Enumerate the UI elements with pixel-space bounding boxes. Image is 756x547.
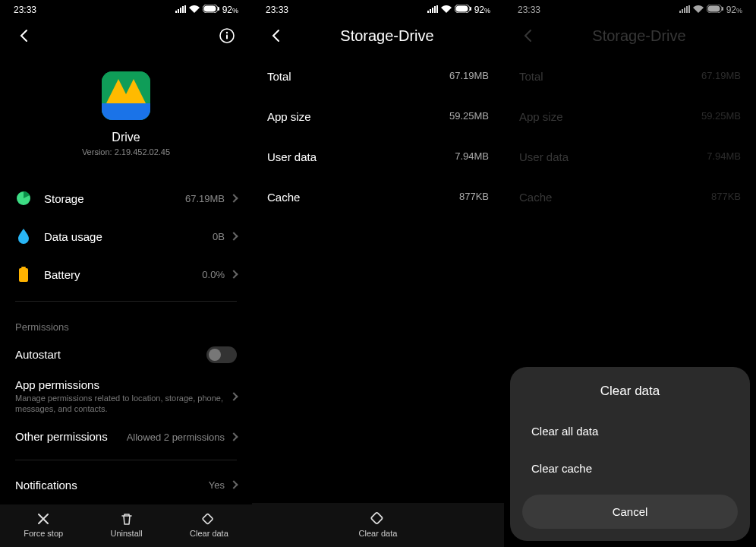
option-clear-cache[interactable]: Clear cache [522,450,738,487]
signal-icon [427,5,438,15]
close-icon [36,512,50,526]
row-user-data: User data 7.94MB [267,137,489,177]
page-title: Storage-Drive [285,27,489,45]
other-perm-value: Allowed 2 permissions [127,432,225,443]
chevron-right-icon [229,194,238,202]
app-version: Version: 2.19.452.02.45 [0,147,252,157]
info-icon[interactable] [219,27,237,46]
svg-rect-13 [203,514,213,524]
row-notifications[interactable]: Notifications Yes [0,468,252,502]
header [0,18,252,56]
force-stop-button[interactable]: Force stop [24,512,63,538]
row-label: Storage [44,192,185,205]
row-cache: Cache 877KB [267,177,489,217]
app-perm-title: App permissions [15,378,231,391]
autostart-label: Autostart [15,348,206,361]
svg-rect-2 [218,7,219,11]
drop-icon [15,228,32,245]
cancel-button[interactable]: Cancel [522,495,738,529]
svg-rect-1 [203,6,216,12]
status-bar: 23:33 92% [0,0,252,18]
signal-icon [175,5,186,15]
sheet-title: Clear data [522,384,738,399]
notifications-label: Notifications [15,479,209,492]
header: Storage-Drive [252,18,504,56]
screen-storage: 23:33 92% Storage-Drive Total 67.19MB Ap… [252,0,504,547]
clear-data-label: Clear data [359,529,398,538]
svg-rect-11 [21,267,26,268]
row-autostart[interactable]: Autostart [0,339,252,371]
status-bar: 23:33 92% [252,0,504,18]
svg-point-4 [226,32,228,33]
row-label: Total [267,70,291,83]
uninstall-label: Uninstall [111,529,143,538]
row-label: Cache [267,191,300,204]
section-permissions: Permissions [0,309,252,339]
status-time: 23:33 [266,5,288,15]
svg-rect-12 [19,268,28,282]
app-hero: Drive Version: 2.19.452.02.45 [0,56,252,179]
row-other-permissions[interactable]: Other permissions Allowed 2 permissions [0,422,252,452]
eraser-icon [202,512,216,526]
pie-icon [15,190,32,207]
row-data-usage[interactable]: Data usage 0B [15,217,237,255]
row-value: 67.19MB [185,193,225,204]
other-perm-title: Other permissions [15,430,127,443]
battery-solid-icon [15,266,32,283]
back-button[interactable] [15,27,33,45]
row-app-size: App size 59.25MB [267,96,489,137]
row-label: Data usage [44,230,213,243]
row-battery[interactable]: Battery 0.0% [15,255,237,293]
clear-data-button[interactable]: Clear data [190,512,228,538]
svg-rect-5 [226,35,228,40]
bottom-bar: Force stop Uninstall Clear data [0,504,252,547]
screen-app-info: 23:33 92% Drive Version: 2.19.452.02.45 [0,0,252,547]
chevron-right-icon [229,432,238,441]
row-app-permissions[interactable]: App permissions Manage permissions relat… [0,371,252,422]
battery-icon [203,5,219,15]
wifi-icon [441,5,452,15]
option-clear-all[interactable]: Clear all data [522,413,738,450]
eraser-icon [370,511,386,526]
row-value: 0B [213,231,225,242]
wifi-icon [189,5,200,15]
divider [15,301,237,302]
back-button[interactable] [267,27,285,45]
battery-percent: 92% [222,5,238,15]
storage-list: Total 67.19MB App size 59.25MB User data… [252,56,504,217]
autostart-toggle[interactable] [206,346,237,363]
row-value: 877KB [459,191,489,204]
info-list: Storage 67.19MB Data usage 0B Battery 0.… [0,179,252,293]
clear-data-sheet: Clear data Clear all data Clear cache Ca… [510,367,750,541]
bottom-bar: Clear data [252,503,504,547]
row-total: Total 67.19MB [267,56,489,96]
clear-data-label: Clear data [190,529,228,538]
svg-rect-17 [371,512,383,524]
status-time: 23:33 [14,5,36,15]
trash-icon [120,512,134,526]
chevron-right-icon [229,392,238,400]
uninstall-button[interactable]: Uninstall [111,512,143,538]
status-indicators: 92% [175,5,238,15]
app-name: Drive [0,131,252,144]
chevron-right-icon [229,270,238,278]
row-label: User data [267,150,317,163]
row-label: App size [267,110,311,123]
divider [15,460,237,460]
svg-rect-16 [470,7,471,11]
battery-percent: 92% [474,5,490,15]
svg-rect-15 [455,6,468,12]
app-perm-subtitle: Manage permissions related to location, … [15,393,231,415]
row-value: 67.19MB [449,70,489,83]
row-storage[interactable]: Storage 67.19MB [15,179,237,217]
app-icon-drive [102,71,150,120]
chevron-right-icon [229,232,238,240]
row-value: 59.25MB [449,110,489,123]
row-value: 0.0% [202,269,225,280]
force-stop-label: Force stop [24,529,63,538]
svg-rect-9 [102,103,150,120]
battery-icon [455,5,471,15]
chevron-right-icon [229,480,238,489]
clear-data-button[interactable]: Clear data [359,511,398,538]
status-indicators: 92% [427,5,490,15]
